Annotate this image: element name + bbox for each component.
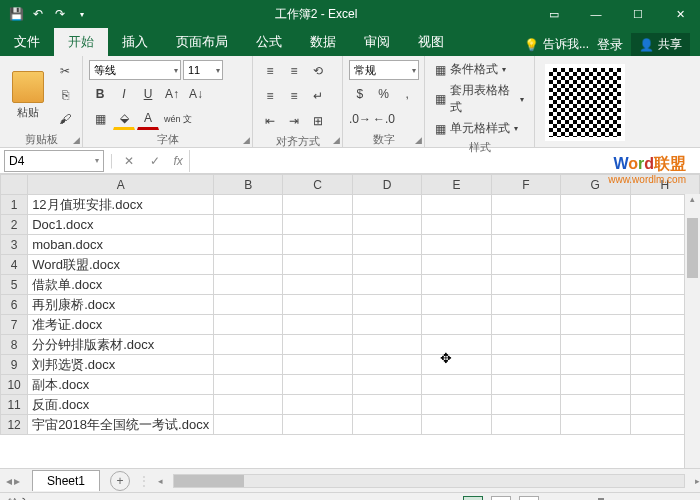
- vscroll-thumb[interactable]: [687, 218, 698, 278]
- cell[interactable]: [283, 195, 352, 215]
- horizontal-scrollbar[interactable]: [173, 474, 685, 488]
- cell[interactable]: [422, 295, 491, 315]
- cell[interactable]: [422, 355, 491, 375]
- cell[interactable]: [214, 215, 283, 235]
- tab-view[interactable]: 视图: [404, 28, 458, 56]
- column-header[interactable]: A: [28, 175, 214, 195]
- worksheet-grid[interactable]: ABCDEFGH112月值班安排.docx2Doc1.docx3moban.do…: [0, 174, 700, 468]
- cell[interactable]: moban.docx: [28, 235, 214, 255]
- cell[interactable]: [560, 375, 630, 395]
- cell[interactable]: [422, 415, 491, 435]
- cell-styles-button[interactable]: ▦单元格样式▾: [431, 119, 528, 138]
- tab-page-layout[interactable]: 页面布局: [162, 28, 242, 56]
- row-header[interactable]: 5: [1, 275, 28, 295]
- column-header[interactable]: D: [352, 175, 421, 195]
- qat-dropdown-icon[interactable]: ▾: [74, 6, 90, 22]
- font-launcher-icon[interactable]: ◢: [243, 135, 250, 145]
- cell[interactable]: [560, 315, 630, 335]
- conditional-formatting-button[interactable]: ▦条件格式▾: [431, 60, 528, 79]
- increase-indent-button[interactable]: ⇥: [283, 110, 305, 132]
- cell[interactable]: [352, 315, 421, 335]
- cell[interactable]: [214, 235, 283, 255]
- cell[interactable]: [491, 215, 560, 235]
- cell[interactable]: [352, 415, 421, 435]
- increase-font-button[interactable]: A↑: [161, 83, 183, 105]
- cell[interactable]: [422, 375, 491, 395]
- cell[interactable]: [352, 195, 421, 215]
- font-name-select[interactable]: 等线: [89, 60, 181, 80]
- cell[interactable]: [422, 195, 491, 215]
- cell[interactable]: [283, 375, 352, 395]
- row-header[interactable]: 4: [1, 255, 28, 275]
- column-header[interactable]: C: [283, 175, 352, 195]
- align-left-button[interactable]: ≡: [259, 85, 281, 107]
- name-box[interactable]: D4▾: [4, 150, 104, 172]
- cell[interactable]: [491, 415, 560, 435]
- redo-icon[interactable]: ↷: [52, 6, 68, 22]
- cells-table[interactable]: ABCDEFGH112月值班安排.docx2Doc1.docx3moban.do…: [0, 174, 700, 435]
- add-sheet-button[interactable]: +: [110, 471, 130, 491]
- cell[interactable]: 准考证.docx: [28, 315, 214, 335]
- cell[interactable]: [352, 335, 421, 355]
- cell[interactable]: 反面.docx: [28, 395, 214, 415]
- cell[interactable]: [491, 275, 560, 295]
- tab-formulas[interactable]: 公式: [242, 28, 296, 56]
- cell[interactable]: [560, 415, 630, 435]
- cell[interactable]: [352, 215, 421, 235]
- italic-button[interactable]: I: [113, 83, 135, 105]
- cell[interactable]: [422, 335, 491, 355]
- cell[interactable]: [214, 195, 283, 215]
- cell[interactable]: [560, 275, 630, 295]
- cell[interactable]: [560, 335, 630, 355]
- merge-button[interactable]: ⊞: [307, 110, 329, 132]
- decrease-font-button[interactable]: A↓: [185, 83, 207, 105]
- row-header[interactable]: 1: [1, 195, 28, 215]
- cell[interactable]: [560, 355, 630, 375]
- percent-button[interactable]: %: [373, 83, 395, 105]
- cell[interactable]: [352, 275, 421, 295]
- cell[interactable]: 分分钟排版素材.docx: [28, 335, 214, 355]
- cell[interactable]: 刘邦选贤.docx: [28, 355, 214, 375]
- ribbon-options-icon[interactable]: ▭: [534, 0, 574, 28]
- cell[interactable]: [214, 315, 283, 335]
- close-button[interactable]: ✕: [660, 0, 700, 28]
- format-as-table-button[interactable]: ▦套用表格格式▾: [431, 81, 528, 117]
- sheet-nav-prev-icon[interactable]: ◂: [6, 474, 12, 488]
- cell[interactable]: [422, 395, 491, 415]
- row-header[interactable]: 12: [1, 415, 28, 435]
- align-center-button[interactable]: ≡: [283, 85, 305, 107]
- cell[interactable]: 再别康桥.docx: [28, 295, 214, 315]
- bold-button[interactable]: B: [89, 83, 111, 105]
- hscroll-thumb[interactable]: [174, 475, 244, 487]
- undo-icon[interactable]: ↶: [30, 6, 46, 22]
- cell[interactable]: [352, 375, 421, 395]
- minimize-button[interactable]: —: [576, 0, 616, 28]
- cell[interactable]: [560, 255, 630, 275]
- cell[interactable]: [422, 315, 491, 335]
- row-header[interactable]: 6: [1, 295, 28, 315]
- cell[interactable]: [283, 295, 352, 315]
- clipboard-launcher-icon[interactable]: ◢: [73, 135, 80, 145]
- tab-home[interactable]: 开始: [54, 28, 108, 56]
- page-break-view-button[interactable]: [519, 496, 539, 501]
- cell[interactable]: [560, 195, 630, 215]
- sheet-nav-next-icon[interactable]: ▸: [14, 474, 20, 488]
- column-header[interactable]: B: [214, 175, 283, 195]
- cell[interactable]: [214, 295, 283, 315]
- cell[interactable]: [352, 235, 421, 255]
- cell[interactable]: [352, 395, 421, 415]
- tab-data[interactable]: 数据: [296, 28, 350, 56]
- tab-file[interactable]: 文件: [0, 28, 54, 56]
- increase-decimal-button[interactable]: .0→: [349, 108, 371, 130]
- save-icon[interactable]: 💾: [8, 6, 24, 22]
- row-header[interactable]: 11: [1, 395, 28, 415]
- number-format-select[interactable]: 常规: [349, 60, 419, 80]
- cell[interactable]: Doc1.docx: [28, 215, 214, 235]
- tell-me-search[interactable]: 💡 告诉我...: [524, 36, 589, 53]
- alignment-launcher-icon[interactable]: ◢: [333, 135, 340, 145]
- cell[interactable]: [214, 275, 283, 295]
- cancel-icon[interactable]: ✕: [116, 154, 142, 168]
- cell[interactable]: [422, 255, 491, 275]
- cell[interactable]: [283, 215, 352, 235]
- cell[interactable]: [283, 395, 352, 415]
